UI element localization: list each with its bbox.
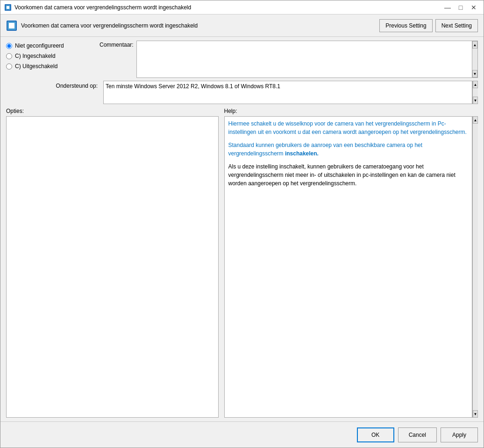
help-box: Hiermee schakelt u de wisselknop voor de… bbox=[224, 116, 473, 418]
footer: OK Cancel Apply bbox=[0, 421, 484, 448]
apply-button[interactable]: Apply bbox=[441, 427, 478, 442]
supported-text: Ten minste Windows Server 2012 R2, Windo… bbox=[106, 83, 280, 90]
options-box[interactable] bbox=[6, 116, 219, 418]
sub-header-icon bbox=[6, 20, 17, 31]
nav-buttons: Previous Setting Next Setting bbox=[379, 19, 478, 32]
comment-textarea-wrapper: ▲ ▼ bbox=[136, 41, 478, 78]
supported-scrollbar: ▲ ▼ bbox=[472, 81, 478, 104]
window-title: Voorkomen dat camera voor vergrendelings… bbox=[14, 4, 441, 11]
help-paragraph-2: Standaard kunnen gebruikers de aanroep v… bbox=[228, 141, 469, 158]
options-label: Opties: bbox=[6, 108, 24, 114]
section-labels-row: Opties: Help: bbox=[6, 108, 478, 114]
svg-rect-5 bbox=[9, 23, 14, 28]
title-bar: Voorkomen dat camera voor vergrendelings… bbox=[0, 0, 484, 14]
help-paragraph-1: Hiermee schakelt u de wisselknop voor de… bbox=[228, 119, 469, 136]
supported-box-wrapper: Ten minste Windows Server 2012 R2, Windo… bbox=[103, 81, 478, 104]
help-text-p1: Hiermee schakelt u de wisselknop voor de… bbox=[228, 120, 467, 135]
help-box-wrapper: Hiermee schakelt u de wisselknop voor de… bbox=[224, 116, 478, 418]
supported-label: Ondersteund op: bbox=[6, 81, 100, 89]
help-scrollbar: ▲ ▼ bbox=[472, 116, 478, 418]
radio-options: Niet geconfigureerd C) Ingeschakeld C) U… bbox=[6, 41, 100, 70]
previous-setting-button[interactable]: Previous Setting bbox=[379, 19, 432, 32]
options-header: Opties: bbox=[6, 108, 219, 114]
comment-textarea[interactable] bbox=[137, 41, 472, 77]
radio-enabled-input[interactable] bbox=[6, 53, 12, 59]
radio-enabled-label: C) Ingeschakeld bbox=[15, 53, 56, 59]
window-controls: — □ ✕ bbox=[441, 2, 480, 13]
help-paragraph-3: Als u deze instelling inschakelt, kunnen… bbox=[228, 162, 469, 188]
help-text-p2-bold: inschakelen. bbox=[285, 150, 319, 157]
window-icon bbox=[4, 4, 12, 11]
radio-not-configured-label: Niet geconfigureerd bbox=[15, 42, 64, 49]
supported-scroll-down[interactable]: ▼ bbox=[473, 97, 478, 104]
content-area: Niet geconfigureerd C) Ingeschakeld C) U… bbox=[0, 37, 484, 421]
comment-section: Commentaar: ▲ ▼ bbox=[100, 41, 478, 78]
comment-label: Commentaar: bbox=[100, 41, 134, 48]
options-column bbox=[6, 116, 219, 418]
comment-scroll-down[interactable]: ▼ bbox=[472, 70, 477, 77]
close-button[interactable]: ✕ bbox=[468, 2, 480, 13]
help-column: Hiermee schakelt u de wisselknop voor de… bbox=[224, 116, 478, 418]
help-text-p3: Als u deze instelling inschakelt, kunnen… bbox=[228, 163, 456, 187]
next-setting-button[interactable]: Next Setting bbox=[435, 19, 478, 32]
maximize-button[interactable]: □ bbox=[455, 2, 467, 13]
sub-header: Voorkomen dat camera voor vergrendelings… bbox=[0, 14, 484, 37]
ok-button[interactable]: OK bbox=[357, 427, 394, 442]
comment-scroll-up[interactable]: ▲ bbox=[472, 41, 477, 49]
help-text-p2-start: Standaard kunnen gebruikers de aanroep v… bbox=[228, 142, 423, 157]
comment-scrollbar: ▲ ▼ bbox=[472, 41, 477, 77]
radio-not-configured[interactable]: Niet geconfigureerd bbox=[6, 42, 100, 49]
cancel-button[interactable]: Cancel bbox=[398, 427, 437, 442]
radio-disabled[interactable]: C) Uitgeschakeld bbox=[6, 63, 100, 70]
help-scroll-down[interactable]: ▼ bbox=[473, 410, 478, 418]
radio-not-configured-input[interactable] bbox=[6, 43, 12, 49]
help-header: Help: bbox=[224, 108, 478, 114]
help-scroll-up[interactable]: ▲ bbox=[473, 116, 478, 124]
sub-header-title: Voorkomen dat camera voor vergrendelings… bbox=[21, 22, 379, 29]
radio-enabled[interactable]: C) Ingeschakeld bbox=[6, 53, 100, 59]
options-help-section: Hiermee schakelt u de wisselknop voor de… bbox=[6, 116, 478, 418]
supported-scroll-up[interactable]: ▲ bbox=[473, 81, 478, 88]
radio-disabled-label: C) Uitgeschakeld bbox=[15, 63, 57, 70]
help-label: Help: bbox=[224, 108, 237, 114]
radio-disabled-input[interactable] bbox=[6, 63, 12, 70]
top-section: Niet geconfigureerd C) Ingeschakeld C) U… bbox=[6, 41, 478, 78]
minimize-button[interactable]: — bbox=[441, 2, 454, 13]
svg-rect-2 bbox=[7, 6, 9, 9]
supported-box: Ten minste Windows Server 2012 R2, Windo… bbox=[103, 81, 472, 104]
main-window: Voorkomen dat camera voor vergrendelings… bbox=[0, 0, 484, 448]
supported-section: Ondersteund op: Ten minste Windows Serve… bbox=[6, 81, 478, 104]
